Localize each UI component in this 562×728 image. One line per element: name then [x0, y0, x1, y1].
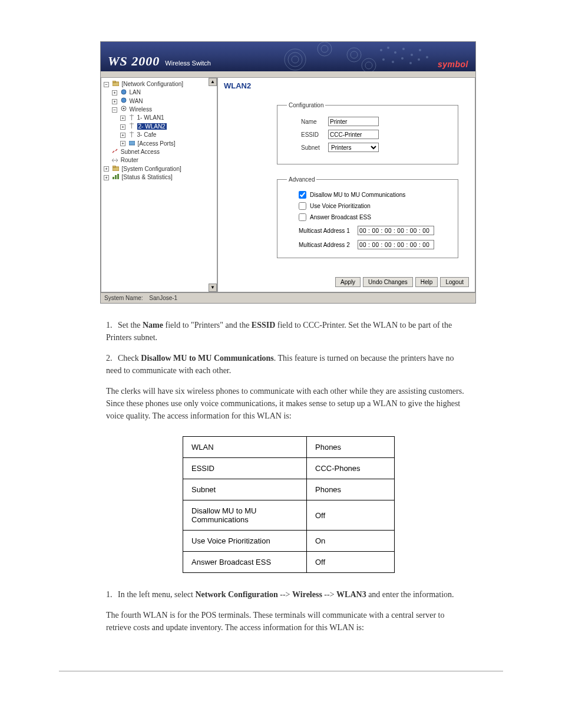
header-banner: WS 2000 Wireless Switch symbol	[101, 42, 475, 71]
svg-point-17	[401, 57, 404, 60]
tree-network-config[interactable]: − [Network Configuration] +	[104, 80, 217, 165]
name-field[interactable]	[328, 117, 379, 126]
collapse-icon[interactable]: −	[104, 82, 109, 87]
gear-icon	[121, 106, 127, 114]
status-bar: System Name: SanJose-1	[101, 292, 475, 303]
tree-wlan1[interactable]: + 1- WLAN1	[120, 114, 217, 122]
subnet-select[interactable]: Printers	[328, 143, 379, 152]
svg-point-14	[419, 49, 421, 51]
svg-rect-32	[117, 174, 119, 179]
expand-icon[interactable]: +	[112, 90, 117, 95]
svg-point-4	[318, 42, 332, 56]
nav-tree[interactable]: ▲ − [Network Configuration] +	[101, 77, 217, 292]
advanced-group: Advanced Disallow MU to MU Communication…	[277, 176, 458, 258]
disallow-mu-checkbox[interactable]	[299, 191, 306, 199]
svg-point-0	[292, 56, 299, 63]
table-row: Answer Broadcast ESSOff	[183, 552, 395, 573]
wlan-settings-table: WLANPhones ESSIDCCC-Phones SubnetPhones …	[183, 436, 395, 573]
svg-point-18	[409, 62, 412, 64]
svg-point-26	[123, 108, 124, 110]
table-row: SubnetPhones	[183, 479, 395, 500]
help-button[interactable]: Help	[415, 277, 438, 287]
antenna-icon	[129, 114, 134, 123]
brand-logo: symbol	[438, 60, 468, 69]
folder-icon	[113, 80, 119, 88]
tree-system-config[interactable]: + [System Configuration]	[104, 165, 217, 173]
svg-point-6	[347, 48, 361, 62]
expand-icon[interactable]: +	[104, 166, 109, 172]
page-title: WLAN2	[224, 81, 470, 90]
tree-lan[interactable]: + LAN	[112, 88, 217, 97]
voice-priority-checkbox[interactable]	[299, 202, 306, 210]
expand-icon[interactable]: +	[120, 124, 125, 130]
decorative-dots	[375, 44, 434, 68]
table-row: ESSIDCCC-Phones	[183, 458, 395, 479]
tree-wan[interactable]: + WAN	[112, 97, 217, 106]
advanced-legend: Advanced	[287, 176, 316, 183]
network-icon	[121, 97, 127, 106]
svg-point-9	[380, 49, 382, 51]
configuration-group: Configuration Name ESSID Su	[277, 102, 458, 164]
expand-icon[interactable]: +	[120, 116, 125, 121]
svg-rect-27	[129, 141, 135, 145]
chart-icon	[113, 173, 119, 182]
svg-point-7	[365, 62, 372, 69]
voice-priority-label: Use Voice Prioritization	[310, 203, 371, 209]
product-title: WS 2000 Wireless Switch	[108, 54, 211, 69]
essid-field[interactable]	[328, 130, 379, 139]
antenna-icon	[129, 131, 134, 140]
main-content: WLAN2 Configuration Name ESSID	[217, 77, 475, 292]
svg-rect-30	[113, 177, 114, 179]
table-row: Use Voice PrioritizationOn	[183, 531, 395, 552]
svg-rect-31	[115, 175, 117, 179]
undo-button[interactable]: Undo Changes	[363, 277, 413, 287]
decorative-waves	[283, 42, 389, 71]
svg-rect-22	[113, 81, 115, 83]
status-value: SanJose-1	[149, 295, 177, 301]
subnet-label: Subnet	[287, 144, 328, 151]
folder-icon	[113, 165, 119, 173]
multicast2-field[interactable]	[358, 240, 434, 249]
tree-cafe[interactable]: + 3- Cafe	[120, 131, 217, 139]
apply-button[interactable]: Apply	[335, 277, 361, 287]
svg-point-8	[362, 58, 376, 71]
expand-icon[interactable]: +	[112, 99, 117, 104]
tree-status-stats[interactable]: + [Status & Statistics]	[104, 173, 217, 182]
tree-wireless[interactable]: − Wireless +	[112, 106, 217, 148]
broadcast-ess-checkbox[interactable]	[299, 213, 306, 221]
svg-point-2	[285, 49, 306, 70]
svg-point-23	[121, 90, 126, 94]
svg-rect-29	[113, 166, 115, 167]
configuration-legend: Configuration	[287, 102, 325, 108]
expand-icon[interactable]: +	[120, 141, 125, 146]
svg-point-12	[402, 48, 405, 50]
svg-point-11	[394, 51, 396, 54]
disallow-mu-label: Disallow MU to MU Communications	[310, 192, 405, 198]
document-body-2: 1.In the left menu, select Network Confi…	[106, 588, 471, 634]
multicast2-label: Multicast Address 2	[287, 242, 358, 248]
tree-router[interactable]: Router	[112, 156, 217, 164]
multicast1-field[interactable]	[358, 226, 434, 235]
device-icon	[129, 140, 135, 148]
tree-wlan2[interactable]: + 2- WLAN2	[120, 123, 217, 131]
essid-label: ESSID	[287, 131, 328, 138]
name-label: Name	[287, 118, 328, 125]
svg-point-5	[351, 51, 358, 58]
expand-icon[interactable]: +	[120, 133, 125, 138]
tree-subnet-access[interactable]: Subnet Access	[112, 148, 217, 156]
network-icon	[121, 89, 127, 97]
tree-access-ports[interactable]: + [Access Ports]	[120, 140, 217, 148]
table-row: WLANPhones	[183, 437, 395, 458]
collapse-icon[interactable]: −	[112, 107, 117, 113]
logout-button[interactable]: Logout	[440, 277, 469, 287]
svg-point-13	[411, 54, 413, 56]
svg-point-15	[382, 58, 385, 61]
expand-icon[interactable]: +	[104, 175, 109, 180]
document-body: 1.Set the Name field to "Printers" and t…	[106, 319, 471, 422]
antenna-icon	[129, 123, 134, 131]
svg-point-20	[426, 56, 428, 58]
svg-point-19	[418, 58, 420, 61]
scroll-down-button[interactable]: ▼	[209, 284, 217, 292]
svg-point-10	[387, 47, 389, 49]
app-window: WS 2000 Wireless Switch symbol ▲ −	[100, 41, 476, 304]
